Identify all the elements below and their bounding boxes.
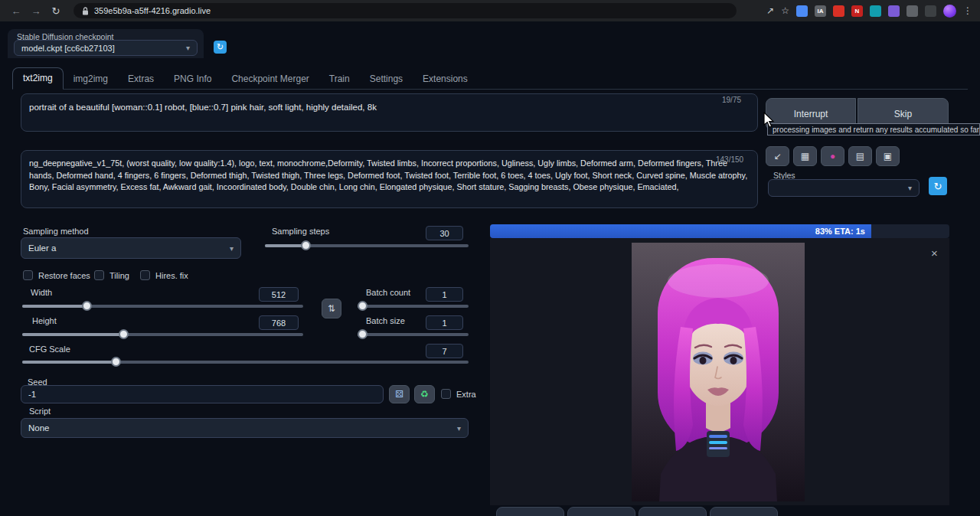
slider-handle[interactable] [358,301,368,311]
negative-prompt-textarea[interactable]: ng_deepnegative_v1_75t, (worst quality, … [21,150,758,208]
extension-icon-6[interactable] [888,5,900,17]
chevron-down-icon: ▾ [457,424,461,433]
extensions-puzzle-icon[interactable] [906,5,918,17]
tiling-checkbox[interactable] [94,270,104,280]
height-slider[interactable] [22,333,303,336]
profile-avatar[interactable] [943,5,956,18]
tab-png-info[interactable]: PNG Info [164,69,221,90]
progress-text: 83% ETA: 1s [815,227,865,236]
restore-faces-checkbox[interactable] [23,270,33,280]
output-action-button-1[interactable] [496,507,564,516]
menu-kebab-icon[interactable]: ⋮ [963,5,972,16]
slider-fill [22,361,116,364]
refresh-styles-button[interactable]: ↻ [929,177,947,195]
sampling-steps-input[interactable]: 30 [426,226,463,240]
refresh-icon: ↻ [934,181,942,192]
extension-icon-3[interactable] [833,5,844,17]
height-input[interactable]: 768 [259,315,299,330]
hires-fix-checkbox[interactable] [140,270,150,280]
chevron-down-icon: ▾ [908,184,912,192]
url-text: 359e5b9a-a5ff-4216.gradio.live [94,6,211,15]
batch-count-label: Batch count [366,288,410,297]
prompt-text: portrait of a beautiful [woman::0.1] rob… [29,103,377,112]
slider-handle[interactable] [301,240,311,250]
clear-prompt-button[interactable]: ▦ [793,146,817,166]
refresh-icon: ↻ [217,42,224,52]
styles-dropdown[interactable]: ▾ [768,179,920,197]
extension-icon-5[interactable] [870,5,881,17]
extra-networks-button[interactable]: ● [821,146,844,166]
close-preview-icon[interactable]: × [931,247,938,260]
tab-settings[interactable]: Settings [360,69,413,90]
output-action-button-3[interactable] [639,507,707,516]
slider-fill [22,333,123,336]
width-input[interactable]: 512 [259,287,299,302]
generated-image[interactable] [632,243,805,501]
hires-fix-label: Hires. fix [155,271,188,280]
cfg-scale-slider[interactable] [22,361,469,364]
script-label: Script [29,407,51,416]
sampling-method-dropdown[interactable]: Euler a ▾ [21,237,241,259]
lock-icon [82,7,89,15]
tab-checkpoint-merger[interactable]: Checkpoint Merger [221,69,318,90]
browser-toolbar: ← → ↻ 359e5b9a-a5ff-4216.gradio.live ↗ ☆… [0,0,980,21]
back-icon[interactable]: ← [8,5,24,17]
batch-count-input[interactable]: 1 [426,287,463,302]
restore-faces-label: Restore faces [38,271,90,280]
extension-icon-2[interactable]: IA [815,5,826,17]
sampling-method-value: Euler a [28,243,56,253]
random-seed-button[interactable]: ⚄ [389,385,410,403]
extra-seed-checkbox[interactable] [441,389,451,399]
sidebar-panel-icon[interactable] [925,5,936,17]
output-action-button-4[interactable] [710,507,778,516]
slider-handle[interactable] [358,329,368,339]
paste-arrow-icon: ↙ [773,151,781,162]
paste-params-button[interactable]: ↙ [766,146,789,166]
negative-prompt-text: ng_deepnegative_v1_75t, (worst quality, … [29,158,747,191]
save-style-button[interactable]: ▣ [876,146,900,166]
recycle-icon: ♻ [420,389,429,400]
forward-icon[interactable]: → [28,5,44,17]
reuse-seed-button[interactable]: ♻ [414,385,435,403]
extension-icon-4[interactable]: N [851,5,863,17]
tab-txt2img[interactable]: txt2img [12,67,64,90]
slider-fill [265,244,305,247]
width-slider[interactable] [22,305,303,308]
negative-prompt-token-counter: 143/150 [716,155,743,164]
sampling-steps-slider[interactable] [265,244,469,247]
refresh-checkpoints-button[interactable]: ↻ [214,41,227,54]
slider-handle[interactable] [111,357,121,367]
slider-handle[interactable] [119,329,129,339]
interrupt-tooltip: processing images and return any results… [767,123,980,136]
tab-extensions[interactable]: Extensions [413,69,478,90]
share-icon[interactable]: ↗ [766,5,774,16]
cfg-scale-label: CFG Scale [29,345,70,354]
cfg-scale-input[interactable]: 7 [426,344,463,358]
seed-input[interactable]: -1 [21,385,384,403]
batch-size-slider[interactable] [358,333,469,336]
prompt-textarea[interactable]: portrait of a beautiful [woman::0.1] rob… [21,93,758,132]
width-label: Width [31,288,52,297]
swap-icon: ⇅ [328,303,335,314]
batch-size-input[interactable]: 1 [426,315,463,330]
swap-dimensions-button[interactable]: ⇅ [322,299,341,318]
height-label: Height [32,316,57,325]
save-icon: ▣ [884,151,892,162]
output-action-button-2[interactable] [567,507,635,516]
slider-fill [22,305,87,308]
apply-styles-button[interactable]: ▤ [848,146,872,166]
extension-icon-1[interactable] [796,5,808,17]
address-bar[interactable]: 359e5b9a-a5ff-4216.gradio.live [74,3,737,18]
reload-icon[interactable]: ↻ [47,5,64,17]
sampling-steps-label: Sampling steps [272,227,329,236]
bookmark-star-icon[interactable]: ☆ [781,5,789,16]
slider-handle[interactable] [82,301,92,311]
tab-train[interactable]: Train [319,69,360,90]
batch-count-slider[interactable] [358,305,469,308]
extra-seed-label: Extra [456,390,476,399]
checkpoint-dropdown[interactable]: model.ckpt [cc6cb27103] ▾ [14,40,198,56]
script-dropdown[interactable]: None ▾ [21,418,469,438]
extra-networks-icon: ● [830,151,835,162]
tab-extras[interactable]: Extras [118,69,164,90]
tab-img2img[interactable]: img2img [64,69,118,90]
